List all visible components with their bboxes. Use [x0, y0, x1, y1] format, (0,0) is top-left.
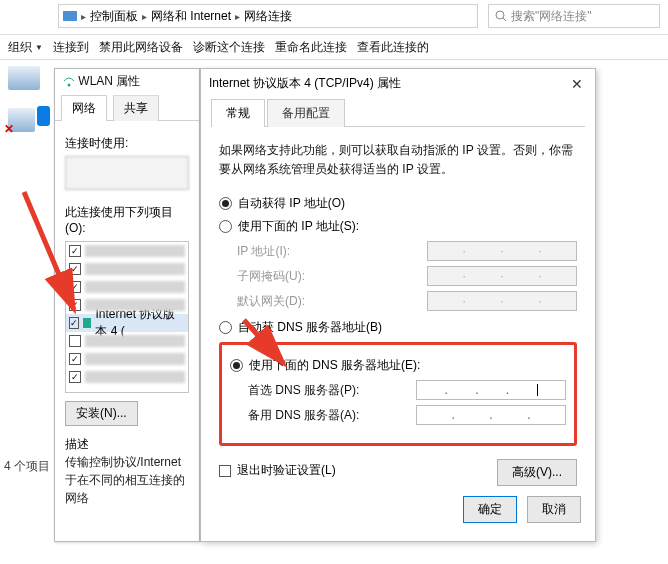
- subnet-mask-label: 子网掩码(U):: [237, 268, 305, 285]
- chevron-right-icon: ▸: [142, 11, 147, 22]
- tab-network[interactable]: 网络: [61, 95, 107, 121]
- checkbox[interactable]: [69, 245, 81, 257]
- nic-disabled-icon[interactable]: [8, 108, 35, 132]
- svg-point-3: [68, 83, 71, 86]
- description-label: 描述: [65, 436, 189, 453]
- toolbar-connect[interactable]: 连接到: [53, 39, 89, 56]
- dialog-title: Internet 协议版本 4 (TCP/IPv4) 属性: [209, 75, 401, 92]
- checkbox[interactable]: [69, 299, 81, 311]
- radio-manual-ip[interactable]: 使用下面的 IP 地址(S):: [219, 218, 577, 235]
- tabs: 常规 备用配置: [211, 98, 585, 127]
- breadcrumb[interactable]: ▸ 控制面板 ▸ 网络和 Internet ▸ 网络连接: [58, 4, 478, 28]
- connection-icons: [8, 66, 50, 150]
- svg-line-2: [503, 18, 506, 21]
- toolbar-viewstatus[interactable]: 查看此连接的: [357, 39, 429, 56]
- checkbox[interactable]: [69, 281, 81, 293]
- chevron-right-icon: ▸: [235, 11, 240, 22]
- ip-address-label: IP 地址(I):: [237, 243, 290, 260]
- gateway-label: 默认网关(D):: [237, 293, 305, 310]
- wlan-properties-dialog: WLAN 属性 网络 共享 连接时使用: 此连接使用下列项目(O): Inter…: [54, 68, 200, 542]
- install-button[interactable]: 安装(N)...: [65, 401, 138, 426]
- uses-items-label: 此连接使用下列项目(O):: [65, 204, 189, 235]
- search-icon: [495, 10, 507, 22]
- radio-manual-dns[interactable]: 使用下面的 DNS 服务器地址(E):: [230, 357, 566, 374]
- protocol-list[interactable]: Internet 协议版本 4 (: [65, 241, 189, 393]
- network-icon: [63, 9, 77, 23]
- list-item-ipv4[interactable]: Internet 协议版本 4 (: [66, 314, 188, 332]
- ipv4-properties-dialog: Internet 协议版本 4 (TCP/IPv4) 属性 ✕ 常规 备用配置 …: [200, 68, 596, 542]
- toolbar-disable[interactable]: 禁用此网络设备: [99, 39, 183, 56]
- checkbox[interactable]: [69, 353, 81, 365]
- advanced-button[interactable]: 高级(V)...: [497, 459, 577, 486]
- radio-auto-dns[interactable]: 自动获 DNS 服务器地址(B): [219, 319, 577, 336]
- item-count: 4 个项目: [4, 458, 50, 475]
- adapter-box: [65, 156, 189, 190]
- info-paragraph: 如果网络支持此功能，则可以获取自动指派的 IP 设置。否则，你需要从网络系统管理…: [219, 141, 577, 179]
- breadcrumb-part[interactable]: 控制面板: [90, 8, 138, 25]
- ip-address-input: ···: [427, 241, 577, 261]
- breadcrumb-part[interactable]: 网络连接: [244, 8, 292, 25]
- gateway-input: ···: [427, 291, 577, 311]
- toolbar-diagnose[interactable]: 诊断这个连接: [193, 39, 265, 56]
- checkbox[interactable]: [69, 335, 81, 347]
- chevron-down-icon: ▼: [35, 43, 43, 52]
- tabs: 网络 共享: [55, 94, 199, 121]
- toolbar-rename[interactable]: 重命名此连接: [275, 39, 347, 56]
- radio-auto-ip[interactable]: 自动获得 IP 地址(O): [219, 195, 577, 212]
- preferred-dns-input[interactable]: ...: [416, 380, 566, 400]
- tab-general[interactable]: 常规: [211, 99, 265, 127]
- checkbox[interactable]: [69, 317, 79, 329]
- wifi-icon: [63, 77, 75, 87]
- close-icon[interactable]: ✕: [567, 76, 587, 92]
- radio-icon: [219, 321, 232, 334]
- nic-icon[interactable]: [8, 66, 40, 90]
- connect-using-label: 连接时使用:: [65, 135, 189, 152]
- red-highlight-box: 使用下面的 DNS 服务器地址(E): 首选 DNS 服务器(P):... 备用…: [219, 342, 577, 446]
- tab-sharing[interactable]: 共享: [113, 95, 159, 121]
- alternate-dns-input[interactable]: ...: [416, 405, 566, 425]
- cancel-button[interactable]: 取消: [527, 496, 581, 523]
- dialog-title: WLAN 属性: [55, 69, 199, 94]
- toolbar-organize[interactable]: 组织▼: [8, 39, 43, 56]
- search-placeholder: 搜索"网络连接": [511, 8, 592, 25]
- search-input[interactable]: 搜索"网络连接": [488, 4, 660, 28]
- ok-button[interactable]: 确定: [463, 496, 517, 523]
- chevron-right-icon: ▸: [81, 11, 86, 22]
- preferred-dns-label: 首选 DNS 服务器(P):: [248, 382, 359, 399]
- radio-icon: [219, 197, 232, 210]
- svg-rect-0: [63, 11, 77, 21]
- toolbar: 组织▼ 连接到 禁用此网络设备 诊断这个连接 重命名此连接 查看此连接的: [0, 34, 668, 60]
- checkbox[interactable]: [69, 371, 81, 383]
- checkbox[interactable]: [69, 263, 81, 275]
- checkbox-icon: [219, 465, 231, 477]
- radio-icon: [219, 220, 232, 233]
- alternate-dns-label: 备用 DNS 服务器(A):: [248, 407, 359, 424]
- svg-point-1: [496, 11, 504, 19]
- description-text: 传输控制协议/Internet 于在不同的相互连接的网络: [65, 453, 189, 507]
- breadcrumb-part[interactable]: 网络和 Internet: [151, 8, 231, 25]
- subnet-mask-input: ···: [427, 266, 577, 286]
- tab-alt-config[interactable]: 备用配置: [267, 99, 345, 127]
- bluetooth-icon: [37, 106, 50, 126]
- radio-icon: [230, 359, 243, 372]
